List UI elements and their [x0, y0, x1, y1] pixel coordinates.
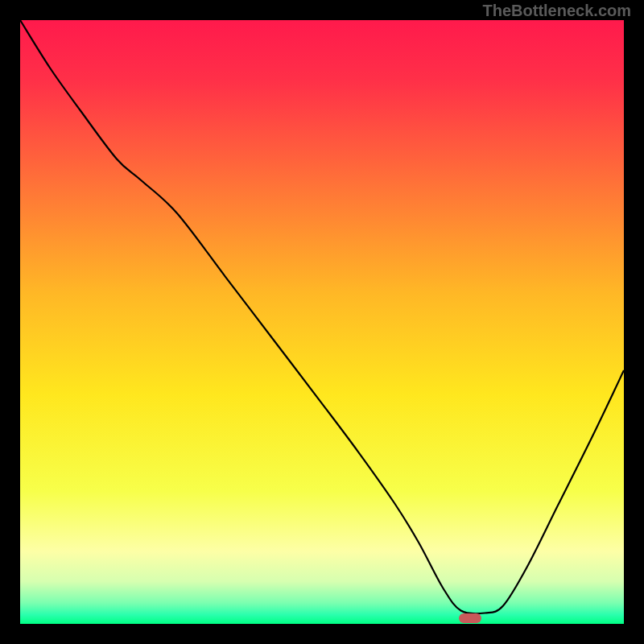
bottleneck-curve [20, 20, 624, 624]
watermark-label: TheBottleneck.com [483, 2, 631, 20]
optimal-point-marker [459, 613, 481, 623]
chart-plot-area [20, 20, 624, 624]
